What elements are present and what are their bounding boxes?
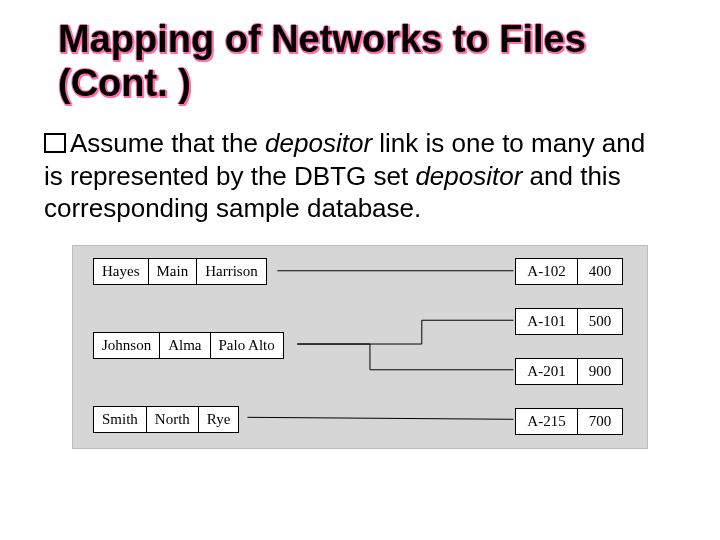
customer-street: Alma <box>160 333 210 358</box>
account-id: A-215 <box>516 409 578 434</box>
customer-city: Harrison <box>197 259 266 284</box>
account-id: A-101 <box>516 309 578 334</box>
slide-title: Mapping of Networks to Files (Cont. ) <box>0 18 720 105</box>
diagram: Hayes Main Harrison Johnson Alma Palo Al… <box>72 245 648 449</box>
customer-name: Johnson <box>94 333 160 358</box>
customer-city: Rye <box>199 407 239 432</box>
customer-name: Smith <box>94 407 147 432</box>
svg-line-7 <box>247 417 513 419</box>
customer-street: North <box>147 407 199 432</box>
account-balance: 400 <box>578 259 622 284</box>
account-record: A-102 400 <box>515 258 623 285</box>
account-id: A-102 <box>516 259 578 284</box>
customer-record: Smith North Rye <box>93 406 239 433</box>
para-em1: depositor <box>265 128 372 158</box>
slide: Mapping of Networks to Files (Cont. ) As… <box>0 0 720 540</box>
account-record: A-215 700 <box>515 408 623 435</box>
body-paragraph: Assume that the depositor link is one to… <box>0 127 720 225</box>
title-line-2: (Cont. ) <box>58 62 191 104</box>
customer-street: Main <box>149 259 198 284</box>
customer-name: Hayes <box>94 259 149 284</box>
customer-city: Palo Alto <box>211 333 283 358</box>
para-t1: Assume that the <box>70 128 265 158</box>
para-em2: depositor <box>415 161 522 191</box>
customer-record: Johnson Alma Palo Alto <box>93 332 284 359</box>
customer-record: Hayes Main Harrison <box>93 258 267 285</box>
account-record: A-201 900 <box>515 358 623 385</box>
account-record: A-101 500 <box>515 308 623 335</box>
bullet-icon <box>44 133 66 153</box>
account-balance: 500 <box>578 309 622 334</box>
title-line-1: Mapping of Networks to Files <box>58 18 586 60</box>
account-id: A-201 <box>516 359 578 384</box>
account-balance: 900 <box>578 359 622 384</box>
account-balance: 700 <box>578 409 622 434</box>
